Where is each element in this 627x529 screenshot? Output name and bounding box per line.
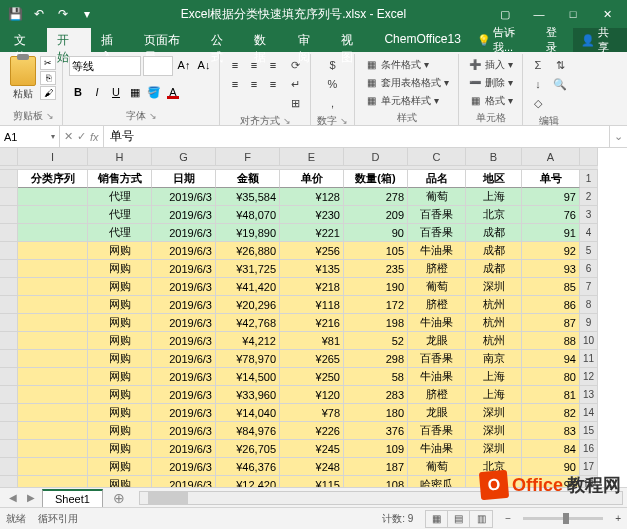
zoom-out-icon[interactable]: − [505, 513, 511, 524]
minimize-icon[interactable]: — [523, 3, 555, 25]
cell[interactable]: 85 [522, 278, 580, 296]
cell[interactable]: 92 [522, 242, 580, 260]
wrap-text-icon[interactable]: ↵ [286, 75, 304, 93]
align-left-icon[interactable]: ≡ [226, 75, 244, 93]
table-header-cell[interactable]: 分类序列 [18, 170, 88, 188]
cell[interactable]: 网购 [88, 458, 152, 476]
row-header[interactable]: 3 [580, 206, 598, 224]
cell[interactable]: ¥78,970 [216, 350, 280, 368]
currency-icon[interactable]: $ [324, 56, 342, 74]
col-header[interactable]: A [522, 148, 580, 166]
tab-chemoffice[interactable]: ChemOffice13 [374, 28, 470, 52]
cell[interactable]: 2019/6/3 [152, 422, 216, 440]
font-launcher-icon[interactable]: ↘ [149, 111, 157, 121]
fx-icon[interactable]: fx [90, 131, 99, 143]
row-header[interactable]: 11 [580, 350, 598, 368]
cell[interactable]: 90 [344, 224, 408, 242]
align-right-icon[interactable]: ≡ [264, 75, 282, 93]
row-header[interactable] [0, 188, 18, 206]
row-header[interactable] [0, 278, 18, 296]
tab-view[interactable]: 视图 [331, 28, 374, 52]
cell[interactable] [18, 296, 88, 314]
col-header[interactable]: B [466, 148, 522, 166]
row-header[interactable]: 15 [580, 422, 598, 440]
cell[interactable] [18, 206, 88, 224]
cell[interactable]: 葡萄 [408, 458, 466, 476]
table-header-cell[interactable]: 单价 [280, 170, 344, 188]
cell[interactable]: ¥26,880 [216, 242, 280, 260]
sheet-tab[interactable]: Sheet1 [42, 489, 103, 507]
col-header[interactable]: H [88, 148, 152, 166]
cell[interactable]: 脐橙 [408, 260, 466, 278]
cell[interactable]: 235 [344, 260, 408, 278]
cell[interactable]: ¥41,420 [216, 278, 280, 296]
zoom-slider[interactable] [523, 517, 603, 520]
cell[interactable]: 成都 [466, 242, 522, 260]
cell[interactable]: ¥42,768 [216, 314, 280, 332]
maximize-icon[interactable]: □ [557, 3, 589, 25]
row-header[interactable]: 2 [580, 188, 598, 206]
row-header[interactable] [0, 440, 18, 458]
page-break-view-icon[interactable]: ▥ [470, 511, 492, 527]
cell[interactable]: 278 [344, 188, 408, 206]
cell[interactable]: 网购 [88, 350, 152, 368]
cell[interactable]: ¥248 [280, 458, 344, 476]
tab-home[interactable]: 开始 [47, 28, 90, 52]
row-header[interactable]: 6 [580, 260, 598, 278]
cell[interactable] [18, 350, 88, 368]
normal-view-icon[interactable]: ▦ [426, 511, 448, 527]
cell[interactable] [18, 332, 88, 350]
cell[interactable]: 百香果 [408, 422, 466, 440]
cell[interactable]: 2019/6/3 [152, 242, 216, 260]
col-header[interactable]: G [152, 148, 216, 166]
sheet-nav-next-icon[interactable]: ▶ [24, 492, 38, 503]
row-header[interactable]: 14 [580, 404, 598, 422]
merge-icon[interactable]: ⊞ [286, 94, 304, 112]
row-header[interactable] [0, 170, 18, 188]
row-header[interactable]: 5 [580, 242, 598, 260]
bold-icon[interactable]: B [69, 83, 87, 101]
tab-review[interactable]: 审阅 [288, 28, 331, 52]
align-bottom-icon[interactable]: ≡ [264, 56, 282, 74]
cell[interactable]: ¥14,040 [216, 404, 280, 422]
row-header[interactable] [0, 224, 18, 242]
row-header[interactable]: 9 [580, 314, 598, 332]
col-header[interactable]: C [408, 148, 466, 166]
col-header[interactable]: I [18, 148, 88, 166]
clear-icon[interactable]: ◇ [529, 94, 547, 112]
cell[interactable]: 209 [344, 206, 408, 224]
decrease-font-icon[interactable]: A↓ [195, 56, 213, 74]
cell[interactable]: 牛油果 [408, 368, 466, 386]
ribbon-options-icon[interactable]: ▢ [489, 3, 521, 25]
sort-filter-icon[interactable]: ⇅ [551, 56, 569, 74]
cell[interactable]: 杭州 [466, 296, 522, 314]
fill-color-icon[interactable]: 🪣 [145, 83, 163, 101]
align-center-icon[interactable]: ≡ [245, 75, 263, 93]
row-header[interactable] [0, 458, 18, 476]
cell[interactable]: 上海 [466, 188, 522, 206]
cell[interactable]: 成都 [466, 260, 522, 278]
cell[interactable]: 杭州 [466, 332, 522, 350]
row-header[interactable]: 1 [580, 170, 598, 188]
cell[interactable]: 2019/6/3 [152, 386, 216, 404]
cell[interactable]: 2019/6/3 [152, 296, 216, 314]
cell[interactable]: 网购 [88, 260, 152, 278]
cell[interactable]: ¥48,070 [216, 206, 280, 224]
cell[interactable]: 2019/6/3 [152, 332, 216, 350]
underline-icon[interactable]: U [107, 83, 125, 101]
cell[interactable]: ¥4,212 [216, 332, 280, 350]
cell[interactable]: ¥128 [280, 188, 344, 206]
cell[interactable]: 172 [344, 296, 408, 314]
row-header[interactable] [0, 242, 18, 260]
cell[interactable] [18, 278, 88, 296]
cell[interactable]: 代理 [88, 188, 152, 206]
cell[interactable]: 94 [522, 350, 580, 368]
cell[interactable] [18, 242, 88, 260]
col-header[interactable]: F [216, 148, 280, 166]
row-header[interactable]: 10 [580, 332, 598, 350]
row-header[interactable] [0, 314, 18, 332]
increase-font-icon[interactable]: A↑ [175, 56, 193, 74]
insert-cells-button[interactable]: ➕插入 ▾ [465, 56, 516, 73]
table-header-cell[interactable]: 数量(箱) [344, 170, 408, 188]
fill-icon[interactable]: ↓ [529, 75, 547, 93]
